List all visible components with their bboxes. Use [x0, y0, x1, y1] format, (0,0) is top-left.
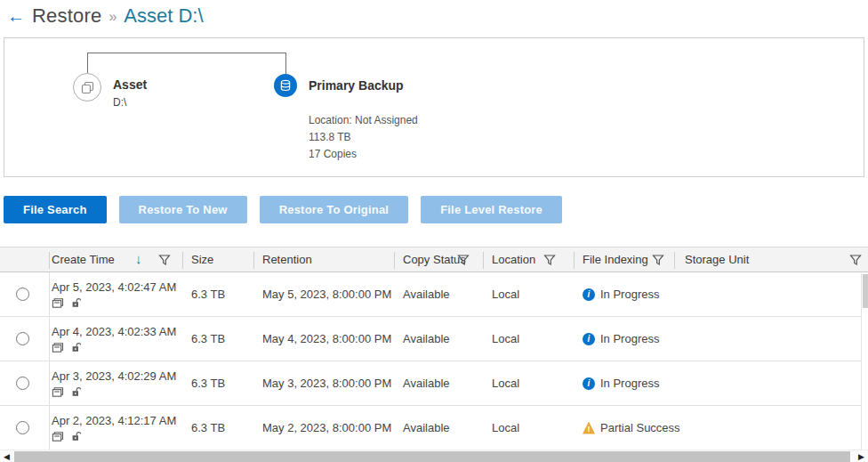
unlock-icon [71, 386, 83, 398]
row-select-radio[interactable] [16, 332, 29, 345]
scroll-right-icon[interactable]: ▶ [858, 452, 864, 461]
table-header: Create Time ↓ Size Retention Copy Status… [0, 247, 868, 272]
create-time-value: Apr 5, 2023, 4:02:47 AM [52, 280, 176, 294]
location-value: Local [492, 361, 572, 405]
filter-icon[interactable] [457, 254, 470, 266]
retention-value: May 2, 2023, 8:00:00 PM [262, 406, 396, 450]
info-icon: i [583, 288, 595, 301]
column-file-indexing[interactable]: File Indexing [583, 247, 648, 272]
info-icon: i [583, 333, 595, 345]
row-select-radio[interactable] [16, 421, 29, 434]
page-header: ← Restore » Asset D:\ [0, 0, 868, 30]
table-row: Apr 3, 2023, 4:02:29 AM [0, 361, 868, 406]
scroll-left-icon[interactable]: ◀ [4, 452, 10, 461]
filter-icon[interactable] [849, 254, 862, 266]
location-value: Local [492, 317, 572, 361]
file-indexing-value: Partial Success [600, 421, 680, 434]
row-select-radio[interactable] [16, 288, 29, 301]
column-location[interactable]: Location [492, 247, 535, 272]
asset-label: Asset [113, 77, 147, 92]
table-row: Apr 5, 2023, 4:02:47 AM [0, 272, 868, 317]
location-value: Local [492, 406, 572, 450]
restore-to-new-button[interactable]: Restore To New [119, 196, 247, 223]
back-arrow-icon[interactable]: ← [7, 6, 25, 26]
vertical-scrollbar[interactable] [861, 273, 868, 450]
size-value: 6.3 TB [191, 272, 253, 316]
row-select-radio[interactable] [16, 377, 29, 390]
retention-value: May 4, 2023, 8:00:00 PM [262, 317, 396, 361]
sort-descending-icon[interactable]: ↓ [135, 251, 142, 266]
column-divider [49, 272, 50, 450]
storage-unit-value [685, 272, 849, 316]
storage-unit-value [685, 406, 849, 450]
copy-map-panel: Asset D:\ Primary Backup Location: Not A… [4, 37, 864, 177]
breadcrumb-separator-icon: » [108, 7, 117, 25]
folder-icon [52, 342, 64, 353]
database-icon [279, 79, 292, 92]
unlock-icon [71, 342, 83, 353]
retention-value: May 3, 2023, 8:00:00 PM [262, 361, 396, 405]
copy-icon [81, 81, 94, 94]
unlock-icon [71, 431, 83, 442]
storage-unit-value [685, 361, 849, 405]
filter-icon[interactable] [652, 254, 664, 266]
primary-backup-label: Primary Backup [309, 78, 404, 93]
file-indexing-value: In Progress [600, 332, 659, 345]
backup-copies: 17 Copies [309, 146, 418, 163]
create-time-value: Apr 2, 2023, 4:12:17 AM [52, 414, 176, 427]
action-bar: File Search Restore To New Restore To Or… [4, 196, 562, 223]
table-body: Apr 5, 2023, 4:02:47 AM [0, 272, 868, 450]
file-indexing-value: In Progress [600, 377, 659, 390]
column-retention[interactable]: Retention [262, 247, 312, 272]
horizontal-scrollbar-thumb[interactable] [14, 451, 850, 462]
page-title: Asset D:\ [124, 4, 203, 28]
copy-status-value: Available [403, 317, 483, 361]
restore-to-original-button[interactable]: Restore To Original [260, 196, 408, 223]
folder-icon [52, 431, 64, 442]
file-search-button[interactable]: File Search [4, 196, 107, 223]
filter-icon[interactable] [543, 254, 556, 266]
connector-line [87, 53, 88, 73]
primary-backup-details: Location: Not Assigned 113.8 TB 17 Copie… [309, 112, 418, 163]
backup-size: 113.8 TB [309, 129, 418, 146]
column-size[interactable]: Size [191, 247, 213, 272]
copy-status-value: Available [403, 272, 483, 316]
breadcrumb-restore[interactable]: Restore [32, 4, 101, 28]
breadcrumb: ← Restore » Asset D:\ [7, 4, 204, 28]
column-storage-unit[interactable]: Storage Unit [685, 247, 749, 272]
retention-value: May 5, 2023, 8:00:00 PM [262, 272, 396, 316]
size-value: 6.3 TB [191, 406, 253, 450]
copy-status-value: Available [403, 406, 483, 450]
filter-icon[interactable] [158, 254, 171, 266]
size-value: 6.3 TB [191, 317, 253, 361]
folder-icon [52, 386, 64, 398]
backup-location: Location: Not Assigned [309, 112, 418, 129]
table-row: Apr 4, 2023, 4:02:33 AM [0, 317, 868, 361]
vertical-scrollbar-thumb[interactable] [863, 274, 868, 308]
folder-icon [52, 297, 64, 309]
file-level-restore-button[interactable]: File Level Restore [421, 196, 562, 223]
column-create-time[interactable]: Create Time [52, 247, 115, 272]
file-indexing-value: In Progress [600, 288, 659, 301]
create-time-value: Apr 4, 2023, 4:02:33 AM [52, 325, 176, 338]
create-time-value: Apr 3, 2023, 4:02:29 AM [52, 369, 176, 383]
copies-table: Create Time ↓ Size Retention Copy Status… [0, 247, 868, 450]
table-row: Apr 2, 2023, 4:12:17 AM [0, 406, 868, 450]
primary-backup-node[interactable] [274, 74, 297, 97]
warning-icon: ! [583, 422, 595, 434]
connector-line [87, 53, 286, 53]
copy-status-value: Available [403, 361, 483, 405]
connector-line [285, 53, 286, 74]
asset-name: D:\ [113, 96, 126, 109]
asset-node[interactable] [73, 73, 101, 101]
horizontal-scrollbar[interactable]: ◀ ▶ [0, 450, 868, 462]
location-value: Local [492, 272, 572, 316]
size-value: 6.3 TB [191, 361, 253, 405]
unlock-icon [71, 297, 83, 309]
storage-unit-value [685, 317, 849, 361]
info-icon: i [583, 377, 595, 390]
